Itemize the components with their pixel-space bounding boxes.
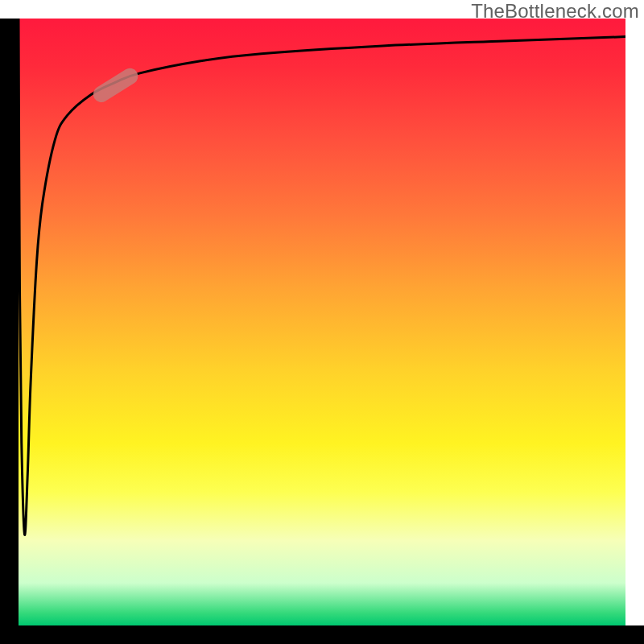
y-axis	[0, 19, 19, 625]
plot-gradient-area	[19, 19, 625, 625]
watermark-text: TheBottleneck.com	[471, 0, 639, 23]
x-axis	[0, 625, 644, 644]
bottleneck-chart: TheBottleneck.com	[0, 0, 644, 644]
